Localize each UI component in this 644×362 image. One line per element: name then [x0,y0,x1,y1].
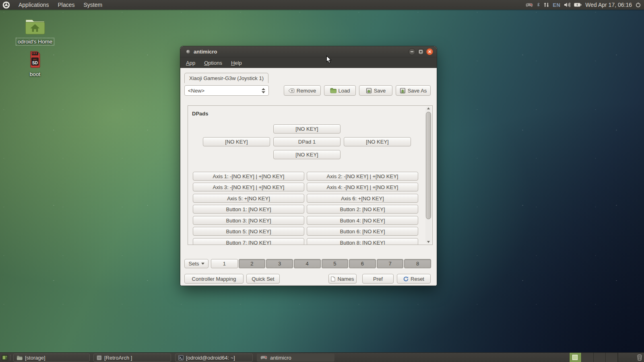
profile-combobox-value: <New> [188,88,204,94]
network-arrows-icon[interactable] [544,2,549,7]
axis-1-button[interactable]: Axis 1: -[NO KEY] | +[NO KEY] [193,172,304,181]
remove-button[interactable]: Remove [284,85,321,96]
keyboard-layout-indicator[interactable]: EN [553,2,560,8]
power-icon[interactable] [636,2,641,8]
axis-4-button[interactable]: Axis 4: -[NO KEY] | +[NO KEY] [307,183,418,191]
menu-help[interactable]: Help [231,60,242,66]
button-3-button[interactable]: Button 3: [NO KEY] [193,216,304,225]
save-as-icon [400,88,406,94]
window-title: antimicro [194,49,217,55]
axis-2-button[interactable]: Axis 2: -[NO KEY] | +[NO KEY] [307,172,418,181]
menu-system[interactable]: System [79,0,107,10]
sets-dropdown-button[interactable]: Sets [184,259,208,268]
button-5-label: Button 5: [NO KEY] [226,228,271,234]
window-titlebar[interactable]: antimicro [180,46,437,58]
gamepad-tray-icon[interactable] [525,2,533,8]
reset-button[interactable]: Reset [397,274,431,284]
axis-1-label: Axis 1: -[NO KEY] | +[NO KEY] [213,173,285,179]
set-tab-7[interactable]: 7 [377,259,404,268]
distro-logo-icon[interactable] [2,1,10,9]
button-1-label: Button 1: [NO KEY] [226,206,271,212]
axis-5-label: Axis 5: +[NO KEY] [227,195,270,202]
joystick-tab-label: Xiaoji Gamesir-G3w (Joystick 1) [189,75,264,81]
pref-label: Pref [373,276,383,282]
axis-5-button[interactable]: Axis 5: +[NO KEY] [193,194,304,203]
save-as-button[interactable]: Save As [396,85,431,96]
set-tab-1[interactable]: 1 [211,259,238,268]
set-tab-2[interactable]: 2 [239,259,266,268]
task-antimicro[interactable]: antimicro [257,354,334,362]
menu-app[interactable]: App [186,60,195,66]
scroll-down-icon[interactable] [425,240,431,244]
task-retroarch[interactable]: [RetroArch ] [93,354,171,362]
button-2-label: Button 2: [NO KEY] [340,206,385,212]
spinner-arrows-icon[interactable] [262,88,265,93]
set-tab-3[interactable]: 3 [266,259,293,268]
task-antimicro-label: antimicro [270,355,291,361]
scrollbar-thumb[interactable] [426,112,431,219]
set-tab-8[interactable]: 8 [404,259,431,268]
panel-handle[interactable] [10,355,11,360]
load-button[interactable]: Load [324,85,356,96]
dpad-left-button[interactable]: [NO KEY] [203,137,270,146]
names-button[interactable]: Names [328,274,357,284]
button-6-button[interactable]: Button 6: [NO KEY] [307,227,418,236]
set-tab-6-label: 6 [361,261,364,267]
button-7-button[interactable]: Button 7: [NO KEY] [193,238,304,245]
dpad-center-button[interactable]: DPad 1 [273,137,341,146]
button-7-label: Button 7: [NO KEY] [226,240,271,245]
volume-icon[interactable] [564,2,570,7]
button-4-button[interactable]: Button 4: [NO KEY] [307,216,418,225]
set-tab-6[interactable]: 6 [349,259,376,268]
names-label: Names [337,276,354,282]
workspace-3[interactable] [594,353,606,362]
save-button[interactable]: Save [359,85,392,96]
svg-text:SD: SD [32,61,38,65]
workspace-4[interactable] [606,353,618,362]
button-2-button[interactable]: Button 2: [NO KEY] [307,205,418,214]
button-8-button[interactable]: Button 8: [NO KEY] [307,238,418,245]
set-tab-4[interactable]: 4 [294,259,321,268]
workspace-1[interactable] [570,353,582,362]
minimize-button[interactable] [409,48,415,55]
workspace-2[interactable] [582,353,594,362]
axis-3-button[interactable]: Axis 3: -[NO KEY] | +[NO KEY] [193,183,304,191]
dpad-right-button[interactable]: [NO KEY] [344,137,411,146]
desktop-icon-home[interactable]: odroid's Home [11,18,59,45]
button-6-label: Button 6: [NO KEY] [340,228,385,234]
controller-mapping-button[interactable]: Controller Mapping [184,274,244,284]
button-5-button[interactable]: Button 5: [NO KEY] [193,227,304,236]
menu-applications[interactable]: Applications [14,0,54,10]
button-1-button[interactable]: Button 1: [NO KEY] [193,205,304,214]
menu-options[interactable]: Options [204,60,222,66]
remove-label: Remove [297,88,316,94]
desktop-icon-label: boot [28,71,42,78]
set-tab-4-label: 4 [306,261,309,267]
show-desktop-icon[interactable] [2,354,8,362]
maximize-button[interactable] [417,48,424,55]
menu-places[interactable]: Places [54,0,79,10]
desktop-icon-boot[interactable]: MMCSD boot [11,51,59,78]
trash-icon[interactable] [637,354,642,362]
bluetooth-icon[interactable] [537,2,540,7]
task-storage[interactable]: [storage] [13,354,90,362]
pref-button[interactable]: Pref [362,274,394,284]
set-tab-5[interactable]: 5 [322,259,349,268]
profile-combobox[interactable]: <New> [184,85,269,96]
dpad-down-button[interactable]: [NO KEY] [273,150,341,159]
vertical-scrollbar[interactable] [425,107,431,244]
battery-icon[interactable] [574,3,582,7]
quick-set-button[interactable]: Quick Set [246,274,280,284]
gamepad-icon [260,355,268,360]
task-terminal[interactable]: [odroid@odroid64: ~] [175,354,253,362]
joystick-tab[interactable]: Xiaoji Gamesir-G3w (Joystick 1) [184,73,268,83]
axis-6-button[interactable]: Axis 6: +[NO KEY] [307,194,418,203]
dpad-up-button[interactable]: [NO KEY] [273,124,341,134]
taskbar: [storage] [RetroArch ] [odroid@odroid64:… [0,352,644,362]
panel-clock[interactable]: Wed Apr 17, 06:16 [585,2,632,8]
document-icon [331,276,335,282]
window-app-icon [186,50,190,53]
close-button[interactable] [426,48,433,55]
top-panel: Applications Places System EN Wed Apr 17… [0,0,644,10]
scroll-up-icon[interactable] [425,107,431,111]
